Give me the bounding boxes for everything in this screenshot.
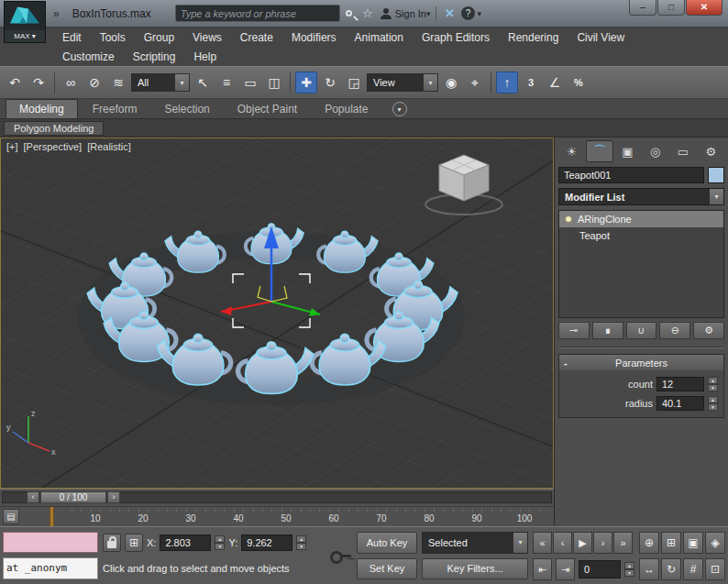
y-coord-spinner[interactable]: ▲▼	[296, 535, 306, 550]
redo-icon[interactable]: ↷	[28, 72, 50, 94]
select-and-move-icon[interactable]: ✚	[295, 72, 317, 94]
polygon-modeling-panel[interactable]: Polygon Modeling	[4, 121, 104, 136]
modify-tab-icon[interactable]: ⌒	[593, 143, 605, 160]
rectangular-selection-region-icon[interactable]: ▭	[239, 72, 261, 94]
time-slider-prev-icon[interactable]: ‹	[27, 491, 39, 503]
menu-graph-editors[interactable]: Graph Editors	[413, 29, 499, 46]
ribbon-tab-modeling[interactable]: Modeling	[6, 99, 78, 118]
ribbon-tab-object-paint[interactable]: Object Paint	[225, 100, 310, 118]
maximize-button[interactable]: □	[657, 0, 685, 16]
menu-modifiers[interactable]: Modifiers	[282, 29, 346, 46]
help-dropdown-icon[interactable]: ▾	[478, 9, 482, 18]
utilities-tab-icon[interactable]: ⚙	[698, 140, 724, 162]
sign-in-dropdown-icon[interactable]: ▾	[426, 9, 431, 18]
ribbon-tab-selection[interactable]: Selection	[151, 100, 222, 118]
viewport-shading-menu[interactable]: [Realistic]	[87, 141, 131, 152]
pan-icon[interactable]: ↔	[639, 558, 659, 580]
snaps-toggle-icon[interactable]: 3	[520, 72, 542, 94]
quick-access-overflow-icon[interactable]: »	[53, 7, 60, 20]
window-crossing-toggle-icon[interactable]: ◫	[263, 72, 285, 94]
selection-set-dropdown-icon[interactable]: ▾	[513, 533, 527, 553]
absolute-offset-toggle-icon[interactable]: ⊞	[125, 534, 143, 552]
count-field[interactable]: 12	[656, 377, 704, 391]
create-tab-icon[interactable]: ☀	[558, 140, 585, 162]
select-and-link-icon[interactable]: ∞	[60, 72, 82, 94]
keyboard-shortcut-override-icon[interactable]: ↑	[496, 72, 518, 94]
x-coord-spinner[interactable]: ▲▼	[215, 535, 225, 550]
set-keys-icon[interactable]	[329, 532, 352, 579]
modifier-stack-row-aringclone[interactable]: ARingClone	[559, 211, 723, 227]
menu-animation[interactable]: Animation	[346, 29, 413, 46]
set-key-button[interactable]: Set Key	[357, 558, 417, 580]
user-icon[interactable]	[377, 5, 395, 23]
menu-customize[interactable]: Customize	[53, 49, 124, 65]
percent-snap-icon[interactable]: %	[568, 72, 590, 94]
current-frame-field[interactable]: 0	[579, 560, 621, 578]
ribbon-tab-freeform[interactable]: Freeform	[80, 100, 150, 118]
time-slider-handle[interactable]: 0 / 100	[40, 491, 106, 503]
time-slider-next-icon[interactable]: ›	[107, 491, 120, 503]
help-icon[interactable]: ?	[459, 5, 478, 23]
maximize-viewport-toggle-icon[interactable]: ⊡	[705, 558, 725, 580]
previous-key-icon[interactable]: ⇤	[533, 558, 552, 580]
auto-key-button[interactable]: Auto Key	[357, 532, 417, 554]
viewport-pov-menu[interactable]: [Perspective]	[24, 141, 83, 152]
pin-stack-icon[interactable]: ⊸	[558, 322, 590, 339]
minimize-button[interactable]: –	[629, 0, 656, 16]
application-menu-button[interactable]: MAX▾	[4, 1, 46, 43]
hierarchy-tab-icon[interactable]: ▣	[614, 140, 641, 162]
zoom-region-icon[interactable]: ◈	[705, 532, 725, 554]
menu-scripting[interactable]: Scripting	[124, 49, 185, 65]
viewport-general-menu[interactable]: [+]	[6, 141, 18, 152]
menu-civil-view[interactable]: Civil View	[568, 29, 634, 46]
selection-filter-dropdown[interactable]: All ▾	[131, 73, 190, 92]
track-bar[interactable]: ▤ 1020 3040 5060 7080 90100	[0, 506, 554, 526]
select-and-scale-icon[interactable]: ◲	[343, 72, 365, 94]
use-pivot-center-icon[interactable]: ◉	[440, 72, 462, 94]
menu-edit[interactable]: Edit	[53, 29, 91, 46]
selection-set-dropdown[interactable]: Selected ▾	[422, 532, 528, 554]
search-input[interactable]	[181, 8, 335, 19]
make-unique-icon[interactable]: ∪	[626, 322, 657, 339]
listener-pane[interactable]: at _anonym	[3, 557, 98, 579]
angle-snap-icon[interactable]: ∠	[544, 72, 566, 94]
selection-filter-dropdown-icon[interactable]: ▾	[175, 74, 189, 91]
show-end-result-icon[interactable]: ∎	[592, 322, 623, 339]
ribbon-tab-populate[interactable]: Populate	[312, 100, 381, 118]
zoom-all-icon[interactable]: ⊞	[661, 532, 681, 554]
select-object-icon[interactable]: ↖	[192, 72, 214, 94]
next-frame-icon[interactable]: ›	[593, 532, 612, 554]
y-coord-field[interactable]: 9.262	[241, 534, 292, 551]
macro-recorder-pane[interactable]	[3, 532, 98, 553]
menu-views[interactable]: Views	[183, 29, 231, 46]
orbit-icon[interactable]: ↻	[661, 558, 681, 580]
reference-coordinate-system-dropdown[interactable]: View ▾	[367, 73, 438, 92]
viewport-canvas[interactable]: z x y	[1, 138, 553, 488]
modifier-list-dropdown-icon[interactable]: ▾	[710, 189, 723, 204]
go-to-start-icon[interactable]: «	[533, 532, 552, 554]
modifier-enabled-bulb-icon[interactable]	[565, 215, 572, 223]
go-to-end-icon[interactable]: »	[613, 532, 633, 554]
modifier-stack-row-teapot[interactable]: Teapot	[559, 227, 723, 244]
zoom-extents-icon[interactable]: ▣	[683, 532, 703, 554]
close-button[interactable]: ✕	[686, 0, 722, 16]
configure-modifier-sets-icon[interactable]: ⚙	[693, 322, 724, 339]
display-tab-icon[interactable]: ▭	[669, 140, 696, 162]
menu-rendering[interactable]: Rendering	[499, 29, 568, 46]
select-by-name-icon[interactable]: ≡	[215, 72, 237, 94]
menu-group[interactable]: Group	[135, 29, 183, 46]
x-coord-field[interactable]: 2.803	[160, 534, 211, 551]
grid-toggle-icon[interactable]: #	[683, 558, 703, 580]
undo-icon[interactable]: ↶	[4, 72, 26, 94]
menu-tools[interactable]: Tools	[91, 29, 135, 46]
object-name-field[interactable]: Teapot001	[558, 167, 704, 183]
mini-curve-editor-icon[interactable]: ▤	[3, 509, 19, 524]
zoom-icon[interactable]: ⊕	[639, 532, 659, 554]
key-filters-button[interactable]: Key Filters...	[422, 558, 528, 580]
object-color-swatch[interactable]	[708, 167, 724, 183]
sign-in-label[interactable]: Sign In	[395, 8, 426, 19]
select-and-rotate-icon[interactable]: ↻	[319, 72, 341, 94]
select-and-manipulate-icon[interactable]: ⌖	[464, 72, 486, 94]
bind-to-spacewarp-icon[interactable]: ≋	[107, 72, 129, 94]
modifier-list-dropdown[interactable]: Modifier List ▾	[558, 188, 724, 205]
